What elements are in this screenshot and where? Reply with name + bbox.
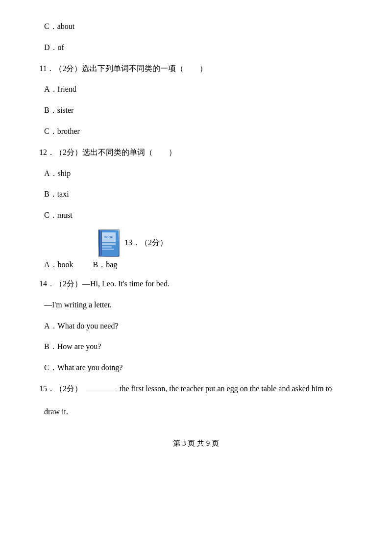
q11-option-a: A．friend bbox=[39, 82, 353, 97]
q14-option-a: A．What do you need? bbox=[39, 319, 353, 333]
question-15: 15．（2分） the first lesson, the teacher pu… bbox=[39, 382, 353, 396]
q11-option-c: C．brother bbox=[39, 125, 353, 139]
q14-dialogue: —I'm writing a letter. bbox=[39, 298, 353, 312]
page-info: 第 3 页 共 9 页 bbox=[173, 439, 219, 447]
question-11-header: 11．（2分）选出下列单词不同类的一项（ ） bbox=[39, 62, 353, 76]
q12-option-a: A．ship bbox=[39, 167, 353, 181]
q15-blank bbox=[86, 391, 116, 391]
question-13-header: 13．（2分） bbox=[124, 238, 168, 248]
q11-option-b: B．sister bbox=[39, 103, 353, 118]
svg-rect-4 bbox=[102, 246, 112, 248]
q12-option-b: B．taxi bbox=[39, 187, 353, 202]
option-d-of: D．of bbox=[39, 41, 353, 55]
question-15-line2: draw it. bbox=[39, 405, 353, 419]
svg-text:BOOK: BOOK bbox=[104, 236, 113, 239]
svg-rect-1 bbox=[99, 230, 102, 256]
question-12-header: 12．（2分）选出不同类的单词（ ） bbox=[39, 146, 353, 160]
q14-option-c: C．What are you doing? bbox=[39, 361, 353, 375]
question-14-header: 14．（2分）—Hi, Leo. It's time for bed. bbox=[39, 277, 353, 291]
svg-rect-5 bbox=[102, 249, 114, 250]
q13-options: A．book B．bag bbox=[39, 260, 353, 270]
q15-text1: the first lesson, the teacher put an egg… bbox=[120, 384, 332, 393]
q14-option-b: B．How are you? bbox=[39, 340, 353, 354]
book-image: BOOK bbox=[98, 229, 120, 257]
q15-header: 15．（2分） bbox=[39, 384, 82, 393]
q13-option-a: A．book bbox=[44, 260, 74, 270]
q13-option-b: B．bag bbox=[93, 260, 118, 270]
page-footer: 第 3 页 共 9 页 bbox=[39, 439, 353, 448]
q12-option-c: C．must bbox=[39, 208, 353, 223]
option-c-about: C．about bbox=[39, 20, 353, 34]
question-13-row: BOOK 13．（2分） bbox=[39, 229, 353, 257]
svg-rect-3 bbox=[102, 243, 116, 245]
